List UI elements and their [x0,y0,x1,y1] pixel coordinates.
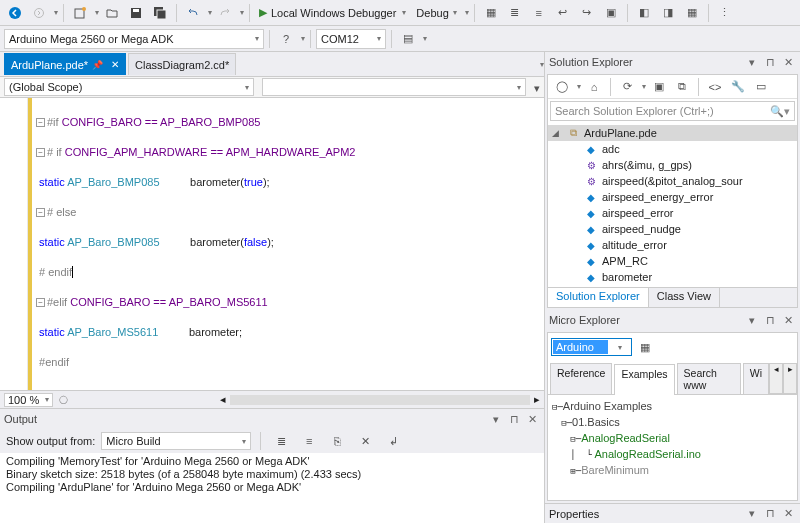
h-scrollbar[interactable] [230,395,530,405]
se-preview-button[interactable]: ▭ [751,77,771,97]
tree-item[interactable]: ◆barometer [548,269,797,285]
se-sync-button[interactable]: ⟳ [617,77,637,97]
nav-fwd-button[interactable] [28,2,50,24]
editor-tab-arduplane[interactable]: ArduPlane.pde* 📌 ✕ [4,53,126,75]
close-icon[interactable]: ✕ [780,507,796,520]
tab-overflow[interactable]: ▾ [540,60,544,69]
serial-monitor-button[interactable]: ▤ [397,28,419,50]
output-text[interactable]: Compiling 'MemoryTest' for 'Arduino Mega… [0,453,544,523]
tb-icon-3[interactable]: ≡ [528,2,550,24]
editor-tab-classdiagram[interactable]: ClassDiagram2.cd* [128,53,236,75]
board-select[interactable]: Arduino Mega 2560 or Mega ADK▾ [4,29,264,49]
view-tab-classview[interactable]: Class View [649,288,720,307]
start-debug-button[interactable]: ▶ Local Windows Debugger ▾ [255,2,410,24]
serial-dropdown[interactable]: ▾ [423,34,427,43]
split-icon[interactable]: ▾ [530,77,544,99]
me-tab-examples[interactable]: Examples [614,364,674,395]
tb-icon-6[interactable]: ▣ [600,2,622,24]
save-button[interactable] [125,2,147,24]
close-icon[interactable]: ✕ [780,56,796,69]
scope-select[interactable]: (Global Scope)▾ [4,78,254,96]
me-go-button[interactable]: ▦ [634,336,656,358]
nav-back-button[interactable] [4,2,26,24]
com-port-select[interactable]: COM12▾ [316,29,386,49]
out-tool-5[interactable]: ↲ [382,430,404,452]
undo-dropdown[interactable]: ▾ [208,8,212,17]
tb-icon-9[interactable]: ▦ [681,2,703,24]
fold-icon[interactable] [36,118,45,127]
zoom-select[interactable]: 100 %▾ [4,393,53,407]
out-tool-4[interactable]: ✕ [354,430,376,452]
dropdown-icon[interactable]: ▾ [744,56,760,69]
fold-icon[interactable] [36,208,45,217]
platform-select[interactable]: ▾ [465,8,469,17]
se-home-button[interactable]: ⌂ [584,77,604,97]
open-button[interactable] [101,2,123,24]
se-properties-button[interactable]: 🔧 [728,77,748,97]
tb-icon-2[interactable]: ≣ [504,2,526,24]
help-button[interactable]: ? [275,28,297,50]
tab-scroll-left[interactable]: ◂ [769,363,783,394]
pin-icon[interactable]: ⊓ [762,314,778,327]
out-tool-3[interactable]: ⎘ [326,430,348,452]
hscroll-right[interactable]: ▸ [534,393,540,406]
tb-icon-8[interactable]: ◨ [657,2,679,24]
close-icon[interactable]: ✕ [780,314,796,327]
member-select[interactable]: ▾ [262,78,526,96]
no-issues-icon[interactable]: ◯ [59,395,68,404]
se-search-input[interactable]: Search Solution Explorer (Ctrl+;) 🔍▾ [550,101,795,121]
dropdown-icon[interactable]: ▾ [744,507,760,520]
pin-icon[interactable]: ⊓ [506,413,522,426]
tree-item[interactable]: ◆APM_RC [548,253,797,269]
tree-item[interactable]: ◆airspeed_nudge [548,221,797,237]
se-tree[interactable]: ◢ ⧉ ArduPlane.pde ◆adc⚙ahrs(&imu, g_gps)… [548,123,797,287]
tb-icon-4[interactable]: ↩ [552,2,574,24]
me-tab-reference[interactable]: Reference [550,363,612,394]
tb-icon-5[interactable]: ↪ [576,2,598,24]
tb-icon-1[interactable]: ▦ [480,2,502,24]
se-back-button[interactable]: ◯ [552,77,572,97]
new-project-button[interactable] [69,2,91,24]
tree-root-arduplane[interactable]: ◢ ⧉ ArduPlane.pde [548,125,797,141]
tree-item[interactable]: ◆airspeed_error [548,205,797,221]
se-code-button[interactable]: <> [705,77,725,97]
me-tab-wi[interactable]: Wi [743,363,769,394]
me-search-dropdown[interactable]: ▾ [610,343,630,352]
code-editor[interactable]: #if CONFIG_BARO == AP_BARO_BMP085 # if C… [0,98,544,390]
nav-history-dropdown[interactable]: ▾ [54,8,58,17]
tab-scroll-right[interactable]: ▸ [783,363,797,394]
tree-item[interactable]: ◆altitude_error [548,237,797,253]
fold-icon[interactable] [36,298,45,307]
tb-icon-7[interactable]: ◧ [633,2,655,24]
me-search-input[interactable] [553,340,608,354]
field-icon: ◆ [584,222,598,236]
tree-item[interactable]: ⚙ahrs(&imu, g_gps) [548,157,797,173]
se-collapse-button[interactable]: ▣ [649,77,669,97]
view-tab-solution[interactable]: Solution Explorer [548,288,649,307]
close-icon[interactable]: ✕ [524,413,540,426]
redo-button[interactable] [214,2,236,24]
config-select[interactable]: Debug▾ [412,2,460,24]
redo-dropdown[interactable]: ▾ [240,8,244,17]
hscroll-left[interactable]: ◂ [220,393,226,406]
tree-item[interactable]: ⚙airspeed(&pitot_analog_sour [548,173,797,189]
me-tab-searchwww[interactable]: Search www [677,363,741,394]
new-dropdown[interactable]: ▾ [95,8,99,17]
se-showall-button[interactable]: ⧉ [672,77,692,97]
help-dropdown[interactable]: ▾ [301,34,305,43]
save-all-button[interactable] [149,2,171,24]
me-tree[interactable]: ⊟─Arduino Examples ⊟─01.Basics ⊟─AnalogR… [548,395,797,500]
out-tool-1[interactable]: ≣ [270,430,292,452]
tree-item[interactable]: ◆airspeed_energy_error [548,189,797,205]
pin-icon[interactable]: ⊓ [762,56,778,69]
out-tool-2[interactable]: ≡ [298,430,320,452]
undo-button[interactable] [182,2,204,24]
dropdown-icon[interactable]: ▾ [488,413,504,426]
pin-icon[interactable]: ⊓ [762,507,778,520]
tb-icon-10[interactable]: ⋮ [714,2,736,24]
tree-item[interactable]: ◆adc [548,141,797,157]
dropdown-icon[interactable]: ▾ [744,314,760,327]
fold-icon[interactable] [36,148,45,157]
output-source-select[interactable]: Micro Build▾ [101,432,251,450]
close-icon[interactable]: ✕ [111,59,119,70]
